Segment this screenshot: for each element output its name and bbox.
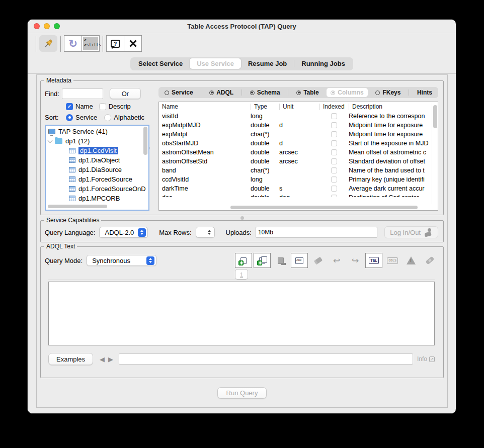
stilts-button[interactable]: >>stilts	[82, 35, 100, 52]
reload-icon: ↻	[68, 38, 77, 49]
tab-resume-job[interactable]: Resume Job	[241, 58, 294, 69]
table-vertical-scrollbar[interactable]	[432, 103, 437, 204]
view-tab-table[interactable]: Table	[292, 88, 322, 97]
table-row[interactable]: astromOffsetStd double arcsec Standard d…	[162, 157, 432, 166]
table-row[interactable]: astromOffsetMean double arcsec Mean offs…	[162, 148, 432, 157]
scrollbar-thumb[interactable]	[48, 205, 107, 208]
remove-tab-button[interactable]	[272, 253, 289, 268]
help-icon: ?	[111, 40, 120, 48]
insert-columns-button[interactable]: COLS	[384, 253, 401, 268]
fix-text-button[interactable]	[421, 253, 438, 268]
header-type[interactable]: Type	[251, 104, 279, 110]
table-row[interactable]: visitId long Reference to the correspon	[162, 112, 432, 121]
indexed-checkbox[interactable]	[331, 195, 337, 197]
scrollbar-thumb[interactable]	[230, 206, 418, 209]
indexed-checkbox[interactable]	[331, 113, 337, 119]
tree-item-table[interactable]: dp1.DiaSource	[46, 165, 148, 174]
view-tab-service[interactable]: Service	[160, 88, 197, 97]
indexed-checkbox[interactable]	[331, 167, 337, 173]
eraser-icon	[313, 256, 322, 264]
pin-window-button[interactable]	[39, 35, 57, 52]
tree-item-table[interactable]: dp1.DiaObject	[46, 155, 148, 165]
split-handle[interactable]	[240, 216, 244, 220]
clear-text-button[interactable]	[309, 253, 327, 268]
table-row[interactable]: ccdVisitId long Primary key (unique iden…	[162, 175, 432, 184]
tab-select-service[interactable]: Select Service	[131, 58, 190, 69]
indexed-checkbox[interactable]	[331, 149, 337, 155]
indexed-checkbox[interactable]	[331, 131, 337, 137]
descrip-checkbox-group[interactable]: Descrip	[99, 103, 131, 110]
tree-item-tap-service[interactable]: TAP Service (41)	[46, 127, 148, 136]
table-row[interactable]: darkTime double s Average dark current a…	[162, 184, 432, 193]
table-row[interactable]: obsStartMJD double d Start of the exposu…	[162, 139, 432, 148]
header-name[interactable]: Name	[162, 104, 251, 110]
name-checkbox[interactable]: ✓	[66, 103, 73, 110]
view-tab-hints[interactable]: Hints	[413, 88, 436, 97]
tree-vertical-scrollbar[interactable]	[143, 127, 147, 204]
tab-running-jobs[interactable]: Running Jobs	[294, 58, 352, 69]
find-input[interactable]	[62, 88, 103, 99]
indexed-checkbox[interactable]	[331, 176, 337, 183]
indexed-checkbox[interactable]	[331, 140, 337, 146]
header-description[interactable]: Description	[349, 104, 432, 110]
or-button[interactable]: Or	[110, 88, 141, 99]
tree-item-dp1-schema[interactable]: dp1 (12)	[46, 136, 148, 146]
next-example-button[interactable]: ▶	[108, 356, 113, 363]
view-tab-fkeys[interactable]: FKeys	[371, 88, 405, 97]
header-unit[interactable]: Unit	[279, 104, 319, 110]
query-language-select[interactable]: ADQL-2.0	[99, 227, 148, 238]
tab-use-service[interactable]: Use Service	[190, 58, 241, 69]
adql-editor[interactable]	[48, 282, 435, 345]
copy-tab-button[interactable]	[254, 253, 271, 268]
login-button[interactable]: Log In/Out	[384, 226, 438, 238]
sort-service-radio[interactable]	[66, 114, 73, 121]
previous-example-button[interactable]: ◀	[100, 356, 105, 363]
table-row[interactable]: expMidptMJD double d Midpoint time for e…	[162, 121, 432, 130]
run-query-button[interactable]: Run Query	[217, 387, 267, 399]
descrip-checkbox[interactable]	[99, 103, 106, 110]
header-indexed[interactable]: Indexed	[319, 104, 349, 110]
close-button[interactable]	[124, 35, 142, 52]
tree-horizontal-scrollbar[interactable]	[47, 204, 142, 209]
reload-button[interactable]: ↻	[64, 35, 82, 52]
view-tab-schema[interactable]: Schema	[246, 88, 284, 97]
undo-button[interactable]: ↩	[328, 253, 345, 268]
scrollbar-thumb[interactable]	[143, 127, 147, 155]
sort-service-radio-group[interactable]: Service	[66, 114, 97, 121]
table-row[interactable]: expMidpt char(*) Midpoint time for expos…	[162, 130, 432, 139]
sort-alphabetic-radio[interactable]	[104, 114, 111, 121]
example-name-input[interactable]	[119, 353, 413, 365]
query-mode-select[interactable]: Synchronous	[87, 255, 156, 266]
insert-table-button[interactable]: TBL	[365, 253, 382, 268]
tree-item-table[interactable]: dp1.ForcedSource	[46, 174, 148, 184]
chevron-down-icon[interactable]	[48, 138, 53, 143]
editor-tab-1[interactable]: 1	[235, 269, 248, 280]
view-tab-label: FKeys	[382, 89, 400, 96]
cell-unit: arcsec	[279, 158, 319, 165]
sort-alphabetic-radio-group[interactable]: Alphabetic	[104, 114, 144, 121]
name-checkbox-group[interactable]: ✓Name	[66, 103, 93, 110]
parse-error-button[interactable]	[402, 253, 420, 268]
abc-label: Abc	[296, 258, 301, 261]
example-info-link[interactable]: Info ↗	[417, 355, 435, 363]
rename-tab-button[interactable]: Abc	[291, 253, 308, 268]
max-rows-select[interactable]	[196, 227, 215, 238]
tree-item-table[interactable]: dp1.MPCORB	[46, 194, 148, 203]
indexed-checkbox[interactable]	[331, 186, 337, 192]
examples-button[interactable]: Examples	[48, 353, 93, 365]
tree-item-table[interactable]: dp1.ForcedSourceOnD	[46, 184, 148, 194]
view-tab-adql[interactable]: ADQL	[205, 88, 237, 97]
indexed-checkbox[interactable]	[331, 158, 337, 164]
view-tab-columns[interactable]: Columns	[327, 88, 367, 97]
table-row[interactable]: band char(*) Name of the band used to t	[162, 166, 432, 175]
redo-button[interactable]: ↪	[347, 253, 364, 268]
table-horizontal-scrollbar[interactable]	[160, 205, 431, 210]
add-tab-button[interactable]	[235, 253, 252, 268]
table-row[interactable]: dec double deg Declination of Ccd center…	[162, 193, 432, 197]
uploads-label: Uploads:	[226, 229, 252, 236]
indexed-checkbox[interactable]	[331, 122, 337, 128]
tree-item-table-selected[interactable]: dp1.CcdVisit	[46, 146, 148, 155]
scrollbar-thumb[interactable]	[433, 105, 437, 128]
help-button[interactable]: ?	[106, 35, 124, 52]
uploads-input[interactable]	[256, 227, 377, 238]
